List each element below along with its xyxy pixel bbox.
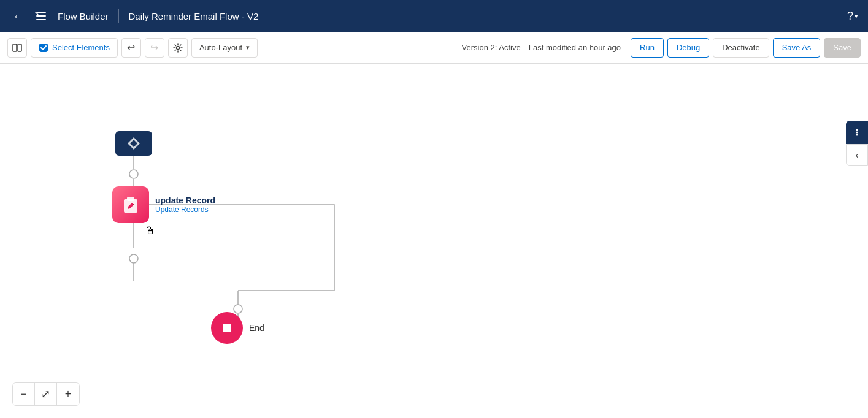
zoom-fit-button[interactable]: ⤢ (35, 383, 57, 405)
gear-icon (173, 43, 183, 53)
update-record-subtitle: Update Records (155, 205, 215, 214)
deactivate-label: Deactivate (722, 43, 759, 52)
end-node-circle (211, 312, 243, 344)
svg-rect-1 (18, 44, 21, 51)
save-as-button[interactable]: Save As (773, 38, 821, 58)
auto-layout-label: Auto-Layout (199, 43, 242, 52)
flow-title: Daily Reminder Email Flow - V2 (129, 11, 259, 21)
redo-icon: ↪ (150, 42, 158, 53)
app-logo (34, 9, 48, 23)
settings-button[interactable] (168, 38, 188, 58)
save-button[interactable]: Save (824, 38, 861, 58)
zoom-in-button[interactable]: + (57, 383, 79, 405)
zoom-out-button[interactable]: − (13, 383, 35, 405)
svg-point-17 (856, 132, 858, 134)
svg-point-11 (129, 170, 138, 178)
end-node-label: End (249, 323, 264, 333)
start-node[interactable] (115, 131, 152, 156)
start-node-icon (125, 135, 142, 152)
debug-button[interactable]: Debug (667, 38, 709, 58)
zoom-controls: − ⤢ + (12, 382, 80, 406)
help-icon: ? (847, 10, 853, 23)
svg-rect-0 (13, 44, 17, 51)
undo-button[interactable]: ↩ (121, 38, 141, 58)
zoom-in-icon: + (65, 388, 72, 401)
end-node-icon (220, 321, 234, 335)
nav-bar: ← Flow Builder Daily Reminder Email Flow… (0, 0, 868, 32)
svg-rect-15 (223, 324, 231, 332)
run-button[interactable]: Run (631, 38, 664, 58)
version-status: Version 2: Active—Last modified an hour … (462, 43, 621, 52)
select-elements-label: Select Elements (52, 43, 110, 52)
back-icon: ← (12, 9, 25, 23)
cursor-pointer-indicator: 🖱 (145, 224, 156, 237)
update-record-node[interactable]: update Record Update Records (112, 186, 215, 223)
chevron-left-icon: ‹ (856, 150, 859, 160)
update-record-label: update Record Update Records (155, 196, 215, 214)
zoom-out-icon: − (20, 388, 27, 401)
svg-point-3 (176, 46, 179, 49)
update-record-title: update Record (155, 196, 215, 205)
right-panel-chevron-button[interactable]: ‹ (846, 144, 868, 166)
auto-layout-dropdown-icon: ▾ (246, 44, 250, 51)
nav-divider (118, 9, 119, 23)
checkbox-icon (39, 43, 48, 53)
back-button[interactable]: ← (10, 7, 27, 26)
flow-connectors (0, 64, 868, 418)
save-as-label: Save As (782, 43, 812, 52)
toolbar: Select Elements ↩ ↪ Auto-Layout ▾ Versio… (0, 32, 868, 64)
svg-point-10 (129, 254, 138, 263)
help-button[interactable]: ? ▾ (847, 10, 858, 23)
svg-rect-14 (127, 197, 134, 201)
zoom-fit-icon: ⤢ (41, 387, 50, 401)
redo-button[interactable]: ↪ (145, 38, 164, 58)
select-elements-button[interactable]: Select Elements (31, 38, 118, 58)
undo-icon: ↩ (127, 42, 135, 53)
svg-point-16 (856, 129, 858, 131)
run-label: Run (640, 43, 655, 52)
deactivate-button[interactable]: Deactivate (713, 38, 769, 58)
app-name: Flow Builder (58, 11, 109, 21)
debug-label: Debug (677, 43, 700, 52)
auto-layout-button[interactable]: Auto-Layout ▾ (191, 38, 258, 58)
sidebar-toggle-icon (12, 43, 22, 53)
right-panel: ‹ (846, 121, 868, 166)
flow-canvas[interactable]: update Record Update Records 🖱 End ‹ (0, 64, 868, 418)
right-panel-dark (846, 121, 868, 144)
help-dropdown-icon: ▾ (855, 12, 858, 20)
save-label: Save (833, 43, 851, 52)
svg-point-18 (856, 134, 858, 136)
end-node[interactable]: End (211, 312, 264, 344)
update-record-icon-box (112, 186, 149, 223)
update-record-icon (120, 194, 141, 215)
panel-menu-icon (851, 127, 862, 138)
toggle-sidebar-button[interactable] (7, 38, 27, 58)
